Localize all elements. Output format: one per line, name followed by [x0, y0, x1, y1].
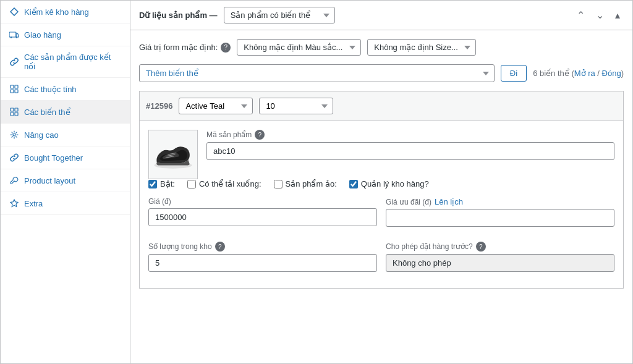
sidebar-item-extra[interactable]: Extra — [1, 192, 130, 215]
stock-fields: Số lượng trong kho ? Cho phép đặt hàng t… — [148, 242, 614, 279]
svg-point-1 — [11, 36, 12, 38]
svg-rect-10 — [15, 112, 18, 116]
svg-point-11 — [13, 133, 15, 136]
variation-fields: Mã sản phẩm ? — [206, 130, 614, 179]
stock-input[interactable] — [148, 254, 377, 272]
shoe-thumbnail — [151, 136, 195, 173]
backorder-help-icon[interactable]: ? — [476, 242, 486, 252]
color-default-select[interactable]: Không mặc định Màu sắc... — [237, 39, 361, 56]
sidebar-item-advanced[interactable]: Nâng cao — [1, 124, 130, 146]
sidebar-item-extra-label: Extra — [24, 199, 43, 208]
svg-rect-9 — [11, 112, 14, 116]
sidebar-item-variations-label: Các biến thể — [24, 108, 70, 117]
enabled-checkbox-item[interactable]: Bật: — [148, 179, 175, 188]
virtual-checkbox-item[interactable]: Sản phẩm ảo: — [274, 179, 337, 188]
wrench-icon — [9, 176, 19, 185]
content-area: Giá trị form mặc định: ? Không mặc định … — [130, 30, 632, 297]
variation-action-select[interactable]: Thêm biến thể — [139, 64, 495, 82]
size-default-select[interactable]: Không mặc định Size... — [367, 39, 476, 56]
main-content: Dữ liệu sản phẩm — Sản phẩm có biến thể … — [130, 1, 632, 363]
diamond-icon — [9, 7, 19, 17]
svg-rect-0 — [9, 32, 16, 37]
sidebar-item-advanced-label: Nâng cao — [24, 130, 59, 140]
enabled-checkbox[interactable] — [148, 180, 157, 188]
sidebar-item-linked-label: Các sản phẩm được kết nối — [24, 53, 121, 71]
variations-icon — [9, 107, 19, 117]
svg-rect-6 — [15, 90, 18, 93]
link-icon — [9, 57, 19, 67]
form-defaults-help-icon[interactable]: ? — [221, 43, 231, 53]
open-all-link[interactable]: Mở ra — [574, 69, 595, 78]
color-attribute-select[interactable]: Active Teal — [179, 98, 253, 114]
sku-field-group: Mã sản phẩm ? — [206, 130, 614, 160]
product-type-select[interactable]: Sản phẩm có biến thể — [224, 7, 335, 23]
sidebar-item-bought-together[interactable]: Bought Together — [1, 146, 130, 169]
sku-help-icon[interactable]: ? — [255, 130, 265, 140]
sidebar-item-linked-products[interactable]: Các sản phẩm được kết nối — [1, 46, 130, 78]
toggle-button[interactable]: ▴ — [611, 7, 624, 23]
backorder-select[interactable]: Không cho phép — [386, 254, 614, 272]
sidebar-item-attributes[interactable]: Các thuộc tính — [1, 78, 130, 101]
price-input[interactable] — [148, 208, 377, 226]
svg-rect-4 — [15, 85, 18, 88]
sidebar-item-inventory[interactable]: Kiểm kê kho hàng — [1, 1, 130, 23]
downloadable-checkbox[interactable] — [187, 180, 196, 188]
svg-rect-8 — [15, 108, 18, 111]
price-label: Giá (đ) — [148, 197, 377, 206]
svg-rect-7 — [11, 108, 14, 111]
manage-stock-checkbox[interactable] — [349, 180, 358, 188]
svg-rect-5 — [11, 90, 14, 93]
schedule-sale-link[interactable]: Lên lịch — [435, 197, 463, 206]
sidebar-item-product-layout[interactable]: Product layout — [1, 169, 130, 192]
sale-price-field-group: Giá ưu đãi (đ) Lên lịch — [386, 197, 614, 227]
variation-id: #12596 — [146, 101, 172, 111]
price-fields: Giá (đ) Giá ưu đãi (đ) Lên lịch — [148, 197, 614, 234]
sku-label: Mã sản phẩm ? — [206, 130, 614, 140]
size-attribute-select[interactable]: 10 — [259, 98, 333, 114]
stock-label: Số lượng trong kho ? — [148, 242, 377, 252]
sale-price-input[interactable] — [386, 209, 614, 227]
variation-inner: Mã sản phẩm ? — [148, 130, 614, 179]
sku-input[interactable] — [206, 142, 614, 160]
collapse-down-button[interactable]: ⌄ — [592, 7, 608, 23]
svg-rect-3 — [11, 85, 14, 88]
price-field-group: Giá (đ) — [148, 197, 377, 227]
sidebar-item-inventory-label: Kiểm kê kho hàng — [24, 7, 89, 17]
add-variation-row: Thêm biến thể Đi 6 biến thể (Mở ra / Đón… — [139, 64, 624, 82]
svg-point-2 — [16, 36, 17, 38]
sidebar-item-layout-label: Product layout — [24, 176, 75, 185]
sidebar: Kiểm kê kho hàng Giao hàng Các sản phẩm … — [1, 1, 130, 363]
backorder-field-group: Cho phép đặt hàng trước? ? Không cho phé… — [386, 242, 614, 272]
checkboxes-row: Bật: Có thể tải xuống: Sản phẩm ảo: Quản… — [148, 179, 614, 188]
sidebar-item-shipping-label: Giao hàng — [24, 30, 61, 40]
variation-image[interactable] — [148, 130, 198, 179]
stock-help-icon[interactable]: ? — [215, 242, 225, 252]
gear-icon — [9, 130, 19, 140]
downloadable-checkbox-item[interactable]: Có thể tải xuống: — [187, 179, 261, 188]
sale-price-label: Giá ưu đãi (đ) Lên lịch — [386, 197, 614, 206]
form-defaults-row: Giá trị form mặc định: ? Không mặc định … — [139, 39, 624, 56]
form-defaults-label: Giá trị form mặc định: ? — [139, 43, 231, 53]
star-icon — [9, 198, 19, 208]
sidebar-item-variations[interactable]: Các biến thể — [1, 101, 130, 124]
close-all-link[interactable]: Đóng — [602, 69, 621, 78]
backorder-label: Cho phép đặt hàng trước? ? — [386, 242, 614, 252]
header-title: Dữ liệu sản phẩm — — [139, 11, 218, 20]
stock-field-group: Số lượng trong kho ? — [148, 242, 377, 272]
variation-header: #12596 Active Teal 10 — [139, 91, 624, 121]
go-button[interactable]: Đi — [501, 65, 527, 82]
manage-stock-checkbox-item[interactable]: Quản lý kho hàng? — [349, 179, 429, 188]
header-bar: Dữ liệu sản phẩm — Sản phẩm có biến thể … — [130, 1, 632, 30]
variation-count: 6 biến thể (Mở ra / Đóng) — [533, 69, 624, 78]
sidebar-item-shipping[interactable]: Giao hàng — [1, 23, 130, 46]
sidebar-item-attributes-label: Các thuộc tính — [24, 85, 77, 94]
sidebar-item-bought-together-label: Bought Together — [24, 153, 83, 163]
collapse-up-button[interactable]: ⌃ — [573, 7, 588, 23]
truck-icon — [9, 30, 19, 40]
grid-icon — [9, 84, 19, 94]
virtual-checkbox[interactable] — [274, 180, 283, 188]
link2-icon — [9, 153, 19, 163]
header-actions: ⌃ ⌄ ▴ — [573, 7, 624, 23]
variation-panel: Mã sản phẩm ? Bật: — [139, 121, 624, 289]
